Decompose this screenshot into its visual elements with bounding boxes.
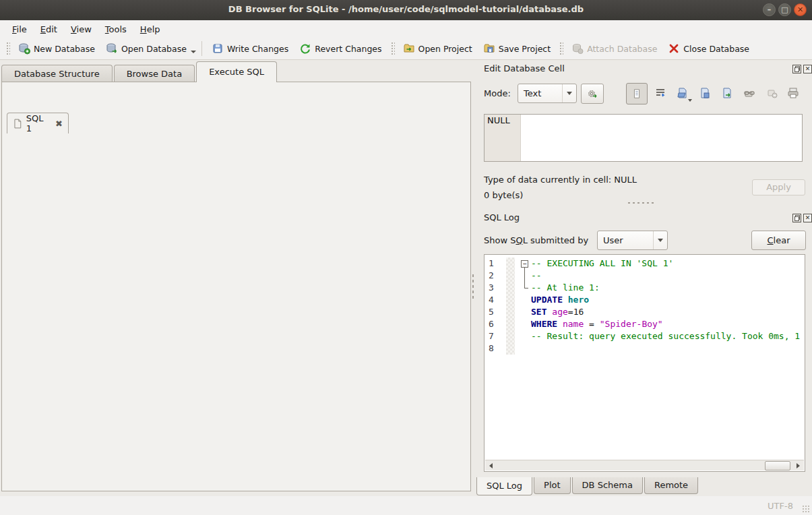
log-filter-select[interactable]: User: [597, 231, 668, 250]
mode-select[interactable]: Text: [518, 84, 577, 103]
scroll-left-icon[interactable]: [486, 461, 496, 470]
close-tab-icon[interactable]: ✖: [55, 119, 63, 129]
toolbar-button-open-project[interactable]: Open Project: [398, 40, 478, 57]
chevron-down-icon: [688, 99, 692, 102]
code-line: -- EXECUTING ALL IN 'SQL 1': [515, 258, 805, 270]
log-line: 4UPDATE hero: [485, 294, 805, 306]
editor-margin: [506, 282, 515, 294]
dock-tab-remote[interactable]: Remote: [644, 477, 698, 494]
editor-margin: [506, 342, 515, 355]
word-wrap-button[interactable]: [652, 84, 669, 102]
fold-margin: [520, 342, 531, 355]
menu-help[interactable]: Help: [133, 22, 167, 36]
tab-browse-data[interactable]: Browse Data: [114, 65, 195, 82]
maximize-button[interactable]: □: [778, 3, 791, 16]
log-line: 5SET age=16: [485, 306, 805, 318]
link-icon: [743, 87, 755, 99]
dock-close-icon[interactable]: [803, 214, 812, 222]
save-file-icon: [699, 87, 711, 99]
tab-database-structure[interactable]: Database Structure: [1, 65, 113, 82]
dock-float-icon[interactable]: [792, 65, 801, 73]
menu-view[interactable]: View: [64, 22, 98, 36]
editor-margin: [506, 258, 515, 270]
line-number: 6: [485, 318, 506, 330]
toolbar-button-new-database[interactable]: New Database: [13, 40, 100, 57]
toolbar-button-attach-database[interactable]: Attach Database: [566, 40, 662, 57]
open-project-icon: [403, 42, 415, 55]
apply-button[interactable]: Apply: [752, 179, 805, 195]
toolbar-button-revert-changes[interactable]: Revert Changes: [294, 40, 387, 57]
minimize-button[interactable]: –: [763, 3, 776, 16]
toolbar-grip[interactable]: [5, 41, 10, 56]
dock-splitter-handle[interactable]: [627, 202, 654, 205]
horizontal-scrollbar[interactable]: [485, 460, 804, 471]
toolbar-grip[interactable]: [390, 41, 395, 56]
toolbar-button-close-database[interactable]: Close Database: [662, 40, 755, 57]
log-line: 1-- EXECUTING ALL IN 'SQL 1': [485, 258, 805, 270]
title-bar: DB Browser for SQLite - /home/user/code/…: [0, 0, 812, 21]
code-line: UPDATE hero: [515, 294, 805, 306]
cell-type-info: Type of data currently in cell: NULL: [484, 175, 637, 185]
close-database-icon: [668, 42, 680, 55]
menu-tools[interactable]: Tools: [98, 22, 133, 36]
line-number: 3: [485, 282, 506, 294]
editor-margin: [506, 294, 515, 306]
dock-float-icon[interactable]: [792, 214, 801, 222]
link-cell-button[interactable]: [741, 84, 758, 102]
mode-label: Mode:: [484, 88, 511, 98]
dock-tab-plot[interactable]: Plot: [534, 477, 571, 494]
dock-close-icon[interactable]: [803, 65, 812, 73]
tab-execute-sql[interactable]: Execute SQL: [196, 61, 277, 82]
open-cell-file-button[interactable]: [674, 84, 691, 102]
attach-database-icon: [571, 42, 584, 55]
code-line: --: [515, 270, 805, 282]
main-tab-bar: Database StructureBrowse DataExecute SQL: [1, 61, 278, 82]
toolbar-grip[interactable]: [559, 41, 563, 56]
code-line: -- At line 1:: [515, 282, 805, 294]
menu-edit[interactable]: Edit: [34, 22, 64, 36]
chevron-down-icon[interactable]: [191, 51, 196, 53]
open-file-icon: [677, 87, 689, 99]
toolbar-separator: [201, 41, 202, 56]
cell-value-editor[interactable]: NULL: [484, 114, 803, 162]
toolbar-button-save-project[interactable]: Save Project: [478, 40, 556, 57]
import-cell-button[interactable]: [718, 84, 736, 102]
fold-marker: [520, 270, 531, 282]
toolbar-button-write-changes[interactable]: Write Changes: [206, 40, 294, 57]
status-bar: UTF-8: [0, 496, 812, 515]
log-line: 2--: [485, 270, 805, 282]
toolbar-button-open-database[interactable]: Open Database: [100, 40, 192, 57]
resize-grip[interactable]: [802, 505, 810, 513]
code-line: [515, 342, 805, 355]
encoding-indicator[interactable]: UTF-8: [768, 501, 793, 511]
sql-log-view[interactable]: 1-- EXECUTING ALL IN 'SQL 1'2--3-- At li…: [484, 254, 805, 472]
sql-document-tab[interactable]: SQL 1 ✖: [7, 113, 69, 133]
save-cell-file-button[interactable]: [696, 84, 714, 102]
close-button[interactable]: ✕: [794, 3, 807, 16]
document-icon: [13, 119, 22, 129]
toolbar-label: Close Database: [683, 44, 749, 54]
menu-file[interactable]: File: [5, 22, 34, 36]
log-line: 7-- Result: query executed successfully.…: [485, 330, 805, 342]
toolbar-label: Write Changes: [227, 44, 288, 54]
edit-cell-title: Edit Database Cell: [484, 63, 565, 73]
clear-log-button[interactable]: Clear: [751, 231, 806, 250]
text-mode-button[interactable]: [626, 83, 648, 104]
dock-tab-sql-log[interactable]: SQL Log: [476, 477, 532, 495]
set-null-button[interactable]: [763, 84, 781, 102]
editor-margin: [506, 330, 515, 342]
scroll-right-icon[interactable]: [793, 461, 803, 470]
auto-apply-button[interactable]: [581, 84, 604, 104]
dock-tab-db-schema[interactable]: DB Schema: [572, 477, 643, 494]
log-filter-label: Show SQL submitted by: [484, 235, 588, 245]
fold-marker[interactable]: [520, 258, 531, 270]
toolbar-label: Revert Changes: [315, 44, 381, 54]
vertical-splitter-handle[interactable]: [472, 273, 475, 299]
toolbar-label: New Database: [34, 44, 95, 54]
log-line: 8: [485, 342, 805, 355]
scrollbar-thumb[interactable]: [765, 461, 790, 471]
gear-icon: [586, 88, 598, 100]
fold-margin: [520, 306, 531, 318]
execute-sql-panel: [1, 82, 471, 491]
print-cell-button[interactable]: [784, 84, 802, 102]
